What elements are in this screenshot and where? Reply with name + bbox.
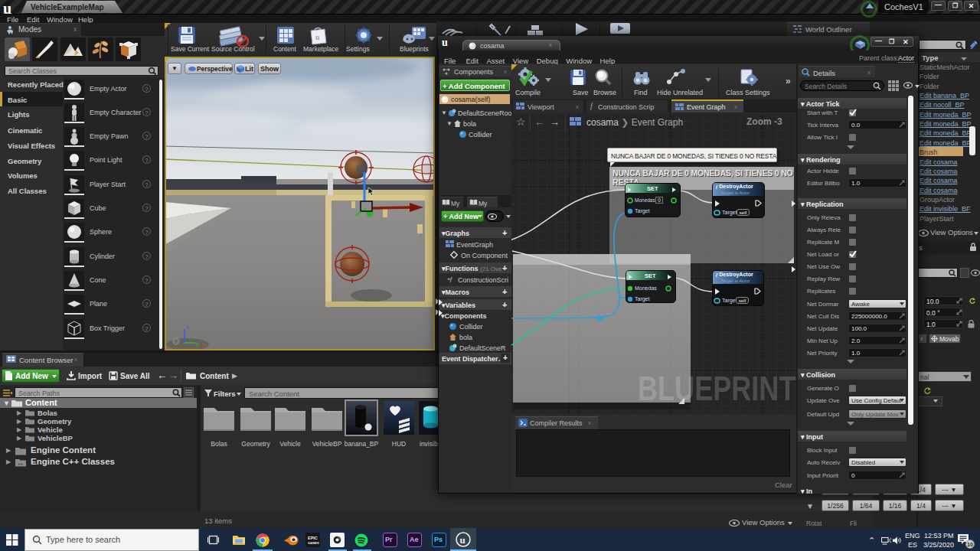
svg-text:x: x <box>201 341 204 347</box>
svg-text:u: u <box>315 33 319 41</box>
svg-text:u: u <box>460 534 466 546</box>
svg-text:++: ++ <box>18 461 24 466</box>
svg-text:?: ? <box>175 339 178 344</box>
svg-text:*f: *f <box>447 276 453 283</box>
svg-text:z: z <box>186 324 189 331</box>
svg-text:y: y <box>196 341 199 347</box>
